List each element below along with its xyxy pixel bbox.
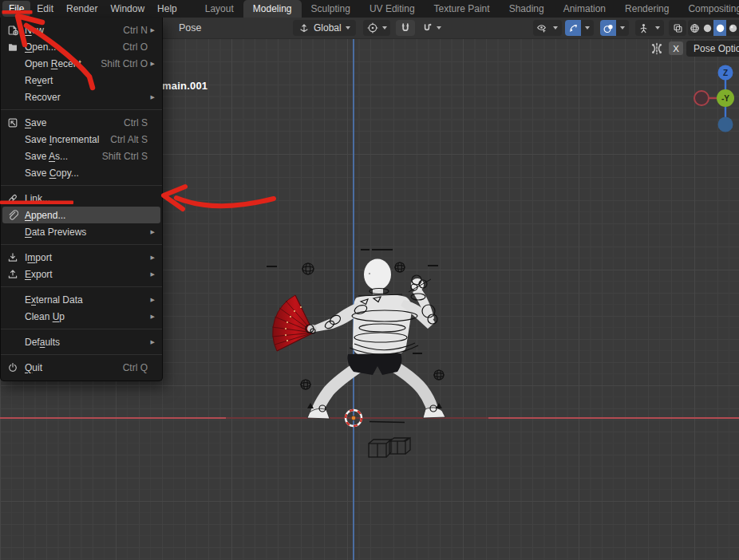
menu-item-import[interactable]: Import▶ — [2, 249, 160, 266]
menu-item-append[interactable]: Append... — [2, 207, 160, 223]
menu-item-recover[interactable]: Recover▶ — [2, 89, 160, 105]
menu-item-label: Save As... — [25, 151, 68, 162]
tab-compositing[interactable]: Compositing — [678, 0, 739, 18]
tab-shading[interactable]: Shading — [500, 0, 554, 18]
menu-shortcut: Shift Ctrl O — [93, 58, 148, 69]
menu-separator — [1, 354, 162, 355]
menu-item-label: Open Recent — [25, 58, 81, 69]
tab-texture-paint[interactable]: Texture Paint — [425, 0, 500, 18]
snap-target-icon — [421, 22, 433, 34]
menu-item-new[interactable]: NewCtrl N▶ — [2, 22, 160, 38]
menu-item-save-as[interactable]: Save As...Shift Ctrl S — [2, 148, 160, 164]
pose-options-dropdown[interactable]: Pose Optio — [686, 41, 739, 57]
stick-figure-icon[interactable] — [635, 20, 651, 36]
show-overlays-control[interactable] — [600, 20, 629, 36]
menu-shortcut: Ctrl O — [115, 41, 148, 53]
menu-help[interactable]: Help — [151, 1, 184, 17]
submenu-arrow-icon: ▶ — [148, 271, 155, 277]
menu-item-open-recent[interactable]: Open RecentShift Ctrl O▶ — [2, 55, 160, 72]
chevron-down-icon — [382, 26, 387, 30]
link-icon — [7, 193, 25, 204]
menu-item-external-data[interactable]: External Data▶ — [2, 291, 160, 308]
submenu-arrow-icon: ▶ — [148, 61, 155, 66]
tab-sculpting[interactable]: Sculpting — [302, 0, 360, 18]
object-name-label: main.001 — [162, 80, 207, 92]
menu-item-save-incremental[interactable]: Save IncrementalCtrl Alt S — [2, 131, 160, 148]
show-gizmo-icon[interactable] — [565, 20, 581, 36]
submenu-arrow-icon: ▶ — [148, 27, 155, 33]
pivot-dropdown[interactable] — [363, 20, 390, 36]
menu-item-label: Export — [25, 269, 53, 280]
navigation-gizmo[interactable]: Z -Y — [683, 59, 739, 139]
toggle-xray-button[interactable] — [669, 20, 686, 36]
menu-item-save[interactable]: SaveCtrl S — [2, 114, 160, 131]
chevron-down-icon — [346, 26, 350, 30]
gizmo-neg-z-axis[interactable] — [718, 117, 733, 132]
orientation-dropdown[interactable]: Global — [293, 20, 356, 36]
object-visibility-dropdown[interactable] — [533, 20, 562, 36]
menu-item-export[interactable]: Export▶ — [2, 266, 160, 282]
open-folder-icon — [7, 41, 25, 53]
mirror-icon — [650, 41, 664, 56]
armature-display-control[interactable] — [635, 20, 664, 36]
workspace-tabs: LayoutModelingSculptingUV EditingTexture… — [196, 0, 739, 18]
menu-item-clean-up[interactable]: Clean Up▶ — [2, 308, 160, 325]
tab-uv-editing[interactable]: UV Editing — [360, 0, 425, 18]
chevron-down-icon — [585, 26, 590, 30]
menu-edit[interactable]: Edit — [30, 1, 60, 17]
blender-window: main.001 Z -Y X Pose Optio t Pose Global — [0, 0, 739, 560]
menu-item-revert[interactable]: Revert — [2, 72, 160, 89]
submenu-arrow-icon: ▶ — [148, 229, 155, 235]
tab-animation[interactable]: Animation — [554, 0, 615, 18]
menu-item-link[interactable]: Link... — [2, 190, 160, 207]
gizmo-neg-y-label: -Y — [721, 94, 729, 103]
shading-wireframe-icon[interactable] — [688, 20, 701, 36]
menu-item-label: Save Copy... — [25, 168, 79, 179]
wireframe-boxes — [369, 438, 410, 457]
menu-separator — [1, 329, 162, 329]
tab-rendering[interactable]: Rendering — [615, 0, 678, 18]
menu-separator — [1, 109, 162, 110]
menu-item-label: New — [25, 25, 44, 36]
show-overlays-icon[interactable] — [600, 20, 616, 36]
shading-mode-switch[interactable] — [688, 20, 739, 36]
submenu-arrow-icon: ▶ — [148, 297, 155, 302]
mirror-x-toggle[interactable]: X — [669, 41, 683, 55]
menu-item-data-previews[interactable]: Data Previews▶ — [2, 223, 160, 240]
menu-window[interactable]: Window — [104, 1, 151, 17]
menu-item-label: Revert — [25, 75, 53, 86]
red-fan — [272, 295, 314, 351]
menu-item-label: Append... — [25, 210, 65, 221]
menu-item-label: Quit — [25, 362, 42, 373]
menu-shortcut: Ctrl N — [115, 25, 148, 36]
gizmo-z-label: Z — [723, 69, 728, 77]
menu-item-label: Save Incremental — [25, 134, 99, 145]
save-icon — [7, 117, 25, 128]
menu-item-quit[interactable]: QuitCtrl Q — [2, 359, 160, 376]
tab-modeling[interactable]: Modeling — [243, 0, 302, 18]
menu-item-label: Data Previews — [25, 227, 86, 238]
menu-separator — [1, 185, 162, 186]
submenu-arrow-icon: ▶ — [148, 314, 155, 319]
menu-file[interactable]: File — [2, 1, 30, 17]
snap-toggle[interactable] — [396, 20, 415, 36]
gizmo-x-axis[interactable] — [694, 91, 709, 105]
snap-target-dropdown[interactable] — [417, 20, 446, 36]
submenu-arrow-icon: ▶ — [148, 94, 155, 100]
pose-menu[interactable]: Pose — [179, 18, 202, 38]
menu-item-label: Defaults — [25, 337, 60, 348]
shading-rendered-icon[interactable] — [726, 20, 739, 36]
menu-shortcut: Ctrl S — [116, 117, 148, 128]
menu-item-label: Clean Up — [25, 311, 65, 322]
tab-layout[interactable]: Layout — [196, 0, 243, 18]
menu-item-open[interactable]: Open...Ctrl O — [2, 38, 160, 55]
shading-solid-icon[interactable] — [701, 20, 713, 36]
shading-material-icon[interactable] — [713, 20, 726, 36]
menu-item-save-copy[interactable]: Save Copy... — [2, 164, 160, 181]
menu-item-defaults[interactable]: Defaults▶ — [2, 333, 160, 350]
show-gizmo-control[interactable] — [565, 20, 594, 36]
menu-render[interactable]: Render — [60, 1, 104, 17]
file-menu: NewCtrl N▶Open...Ctrl OOpen RecentShift … — [0, 18, 163, 381]
chevron-down-icon — [620, 26, 625, 30]
menu-item-label: Save — [25, 117, 46, 128]
